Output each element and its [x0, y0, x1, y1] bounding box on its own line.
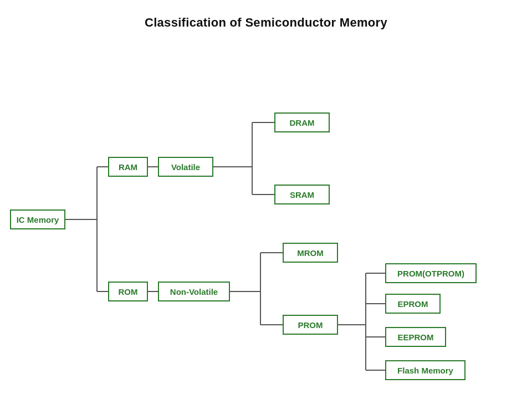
node-eeprom: EEPROM — [385, 327, 446, 347]
node-ram: RAM — [108, 157, 148, 177]
diagram-container: IC Memory RAM Volatile DRAM SRAM ROM Non… — [0, 39, 532, 393]
page-title: Classification of Semiconductor Memory — [0, 0, 532, 30]
node-mrom: MROM — [283, 243, 338, 263]
node-prom-otp: PROM(OTPROM) — [385, 263, 477, 283]
tree-lines — [0, 39, 532, 393]
node-ic-memory: IC Memory — [10, 209, 65, 229]
node-dram: DRAM — [274, 112, 330, 132]
node-non-volatile: Non-Volatile — [158, 282, 230, 301]
node-prom: PROM — [283, 315, 338, 335]
node-sram: SRAM — [274, 185, 330, 204]
node-volatile: Volatile — [158, 157, 213, 177]
node-rom: ROM — [108, 282, 148, 301]
node-eprom: EPROM — [385, 294, 441, 314]
node-flash-memory: Flash Memory — [385, 360, 466, 380]
